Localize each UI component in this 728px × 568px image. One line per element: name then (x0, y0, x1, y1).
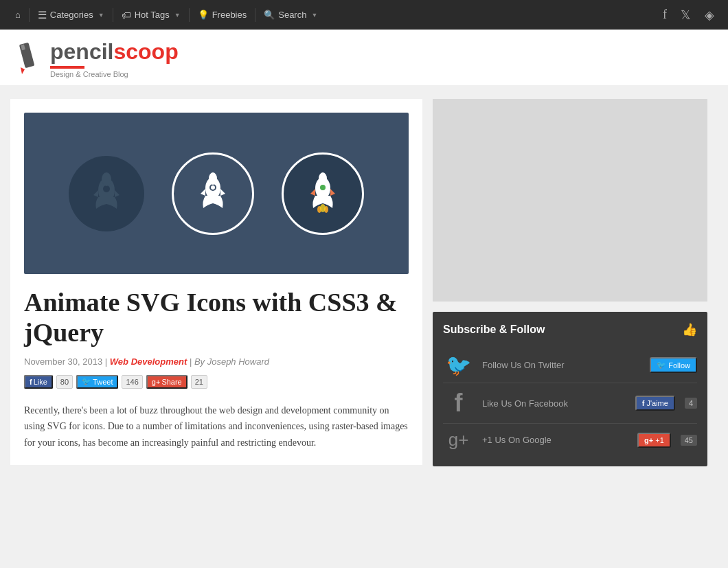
facebook-social-icon: f (443, 389, 474, 418)
article-meta: November 30, 2013 | Web Development | By… (24, 356, 409, 367)
bulb-icon: 💡 (198, 10, 209, 20)
rocket-icon-colored (304, 171, 342, 216)
logo-scoop-text: scoop (113, 39, 178, 64)
svg-point-7 (102, 172, 111, 186)
freebies-label: Freebies (212, 10, 247, 20)
fb-icon: f (30, 378, 32, 386)
tweet-count: 146 (122, 375, 142, 389)
search-label: Search (278, 10, 306, 20)
search-arrow: ▼ (311, 12, 317, 19)
svg-point-20 (320, 204, 326, 212)
hottags-label: Hot Tags (135, 10, 170, 20)
rss-nav-icon[interactable]: ◈ (698, 8, 721, 23)
svg-marker-4 (93, 190, 98, 197)
freebies-link[interactable]: 💡 Freebies (190, 0, 255, 30)
facebook-social-label: Like Us On Facebook (482, 398, 627, 409)
svg-marker-9 (201, 189, 205, 196)
sidebar: Subscribe & Follow 👍 🐦 Follow Us On Twit… (433, 99, 707, 466)
search-link[interactable]: 🔍 Search ▼ (255, 0, 326, 30)
svg-point-6 (103, 185, 110, 192)
rocket-outline-circle (172, 152, 254, 235)
rocket-icon-dark (88, 171, 126, 216)
svg-point-12 (209, 172, 217, 185)
logo-text-block: pencilscoop Design & Creative Blog (50, 40, 179, 78)
twitter-social-icon: 🐦 (443, 353, 474, 377)
fb-like-label: Like (34, 378, 47, 386)
gplus-icon: g+ (152, 378, 161, 386)
svg-marker-10 (220, 189, 225, 196)
logo-tagline: Design & Creative Blog (50, 70, 179, 78)
subscribe-follow-block: Subscribe & Follow 👍 🐦 Follow Us On Twit… (433, 312, 707, 466)
svg-point-17 (319, 172, 327, 185)
gplus-btn-label: +1 (655, 436, 664, 444)
search-icon: 🔍 (264, 10, 275, 20)
advertisement-block (433, 99, 707, 302)
tweet-label: Tweet (93, 378, 113, 386)
site-header: pencilscoop Design & Creative Blog (0, 30, 728, 85)
twitter-social-label: Follow Us On Twitter (482, 360, 641, 370)
gplus-social-row: g+ +1 Us On Google g+ +1 45 (443, 424, 697, 456)
logo-name: pencilscoop (50, 40, 179, 64)
facebook-jaime-button[interactable]: f J'aime (635, 396, 675, 411)
home-icon: ⌂ (15, 10, 21, 20)
facebook-count: 4 (685, 398, 697, 409)
twitter-btn-icon: 🐦 (657, 361, 666, 370)
twitter-follow-button[interactable]: 🐦 Follow (650, 357, 697, 373)
article-date: November 30, 2013 (24, 356, 102, 367)
categories-label: Categories (50, 10, 93, 20)
page-wrapper: Animate SVG Icons with CSS3 & jQuery Nov… (0, 85, 728, 480)
twitter-follow-label: Follow (668, 361, 690, 370)
list-icon: ☰ (38, 9, 47, 21)
logo-pencil-text: pencil (50, 39, 113, 64)
twitter-icon: 🐦 (82, 377, 91, 386)
gplus-social-icon: g+ (443, 429, 474, 451)
share-count: 21 (191, 375, 207, 389)
main-column: Animate SVG Icons with CSS3 & jQuery Nov… (10, 99, 422, 465)
subscribe-header: Subscribe & Follow 👍 (443, 322, 697, 337)
rocket-icon-outline (194, 171, 232, 216)
content-area: Animate SVG Icons with CSS3 & jQuery Nov… (0, 85, 728, 480)
facebook-btn-label: J'aime (646, 399, 668, 407)
thumbs-up-icon[interactable]: 👍 (682, 322, 697, 337)
facebook-nav-icon[interactable]: f (656, 8, 674, 22)
article-category[interactable]: Web Development (110, 356, 187, 367)
home-link[interactable]: ⌂ (7, 0, 29, 30)
gplus-count: 45 (681, 435, 697, 446)
social-share-buttons: f Like 80 🐦 Tweet 146 g+ Share 21 (24, 375, 409, 389)
logo[interactable]: pencilscoop Design & Creative Blog (14, 40, 179, 78)
article-author: By Joseph Howard (194, 356, 269, 367)
share-label: Share (161, 378, 181, 386)
svg-marker-1 (21, 67, 25, 74)
svg-marker-5 (115, 190, 120, 197)
hottags-link[interactable]: 🏷 Hot Tags ▼ (113, 0, 189, 30)
gplus-social-label: +1 Us On Google (482, 435, 629, 445)
fb-like-count: 80 (56, 375, 73, 389)
article-title: Animate SVG Icons with CSS3 & jQuery (24, 288, 409, 348)
gplus-plus1-button[interactable]: g+ +1 (637, 433, 671, 448)
tag-icon: 🏷 (122, 10, 131, 21)
subscribe-title: Subscribe & Follow (443, 323, 545, 336)
rocket-dark-circle (69, 156, 144, 231)
fb-btn-icon: f (642, 399, 645, 407)
navigation: ⌂ ☰ Categories ▼ 🏷 Hot Tags ▼ 💡 Freebies… (0, 0, 728, 30)
categories-link[interactable]: ☰ Categories ▼ (30, 0, 113, 30)
facebook-social-row: f Like Us On Facebook f J'aime 4 (443, 383, 697, 424)
article-body: Recently, there's been a lot of buzz thr… (24, 402, 409, 451)
twitter-tweet-button[interactable]: 🐦 Tweet (76, 375, 118, 389)
svg-marker-15 (330, 189, 335, 196)
pencil-logo-icon (14, 40, 45, 78)
categories-arrow: ▼ (98, 12, 104, 19)
twitter-social-row: 🐦 Follow Us On Twitter 🐦 Follow (443, 348, 697, 383)
rocket-colored-circle (282, 152, 364, 235)
svg-point-11 (210, 185, 216, 190)
twitter-nav-icon[interactable]: 𝕏 (674, 8, 698, 23)
svg-point-16 (320, 185, 326, 190)
svg-marker-14 (310, 189, 315, 196)
facebook-like-button[interactable]: f Like (24, 375, 53, 389)
hottags-arrow: ▼ (174, 12, 181, 19)
gplus-btn-icon: g+ (644, 436, 653, 444)
article-hero-image (24, 113, 409, 274)
logo-underline (50, 66, 84, 69)
gplus-share-button[interactable]: g+ Share (146, 375, 187, 389)
